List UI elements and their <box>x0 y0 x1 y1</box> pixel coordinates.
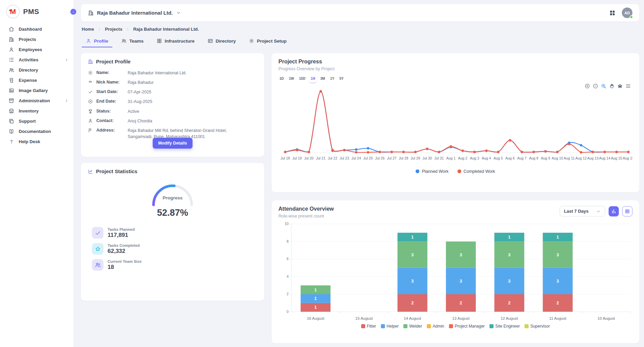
legend-item-project-manager[interactable]: Project Manager <box>449 324 485 329</box>
grid4o-icon <box>157 38 162 44</box>
attendance-overview-card: Attendance Overview Role-wise present co… <box>272 200 639 343</box>
legend-item-completed-work[interactable]: Completed Work <box>457 169 495 174</box>
bar-value-label: 3 <box>557 279 559 284</box>
zoom-in-icon[interactable] <box>584 83 590 89</box>
legend-label: Admin <box>433 324 444 329</box>
attendance-range-select[interactable]: Last 7 Days <box>560 206 605 216</box>
sidebar-item-activities[interactable]: Activities <box>0 55 74 65</box>
range-3m[interactable]: 3M <box>319 76 326 81</box>
sidebar-collapse-button[interactable] <box>70 8 77 15</box>
bar-value-label: 2 <box>411 301 414 305</box>
modify-details-button[interactable]: Modify Details <box>153 138 193 149</box>
home-icon[interactable] <box>617 83 623 89</box>
data-point <box>390 151 393 153</box>
range-1y[interactable]: 1Y <box>329 76 335 81</box>
range-1m[interactable]: 1M <box>309 76 316 81</box>
bar-value-label: 1 <box>411 235 414 240</box>
list-icon <box>9 57 14 63</box>
legend-item-supervisor[interactable]: Supervisor <box>525 324 550 329</box>
legend-label: Site Engineer <box>495 324 520 329</box>
pan-icon[interactable] <box>609 83 615 89</box>
x-axis-label: Jul 19 <box>292 156 302 160</box>
tab-teams[interactable]: Teams <box>117 36 148 47</box>
data-point <box>509 139 511 141</box>
tab-directory[interactable]: Directory <box>204 36 240 47</box>
selection-zoom-icon[interactable] <box>601 83 607 89</box>
range-1d[interactable]: 1D <box>278 76 285 81</box>
tab-infrastructure[interactable]: Infrastructure <box>152 36 199 47</box>
sidebar-item-projects[interactable]: Projects <box>0 34 74 44</box>
legend-item-fitter[interactable]: Fitter <box>361 324 376 329</box>
sidebar-item-image-gallary[interactable]: Image Gallary <box>0 85 74 95</box>
profile-field-label: Nick Name: <box>96 79 124 85</box>
breadcrumb-item[interactable]: Projects <box>105 27 122 32</box>
bar-value-label: 2 <box>557 301 559 305</box>
breadcrumb-item: Raja Bahadur International Ltd. <box>133 27 199 32</box>
data-point <box>485 150 487 152</box>
legend-item-helper[interactable]: Helper <box>381 324 399 329</box>
profile-field-row: Start Date:07-Apr-2025 <box>88 89 257 95</box>
data-point <box>414 151 417 153</box>
legend-item-site-engineer[interactable]: Site Engineer <box>489 324 520 329</box>
data-point <box>296 149 298 151</box>
range-5y[interactable]: 5Y <box>338 76 344 81</box>
x-axis-label: 10 August <box>597 316 615 320</box>
x-axis-label: Jul 29 <box>410 156 420 160</box>
profile-fields: Name:Raja Bahadur International Ltd.Nick… <box>88 70 257 140</box>
x-axis-label: 16 August <box>307 316 325 320</box>
sidebar-item-inventory[interactable]: Inventory <box>0 106 74 116</box>
data-point <box>320 90 322 92</box>
data-point <box>544 150 547 152</box>
sidebar-item-expense[interactable]: Expense <box>0 75 74 85</box>
bar-value-label: 3 <box>557 253 559 257</box>
sidebar-item-employees[interactable]: Employees <box>0 44 74 55</box>
legend-label: Planned Work <box>422 169 448 174</box>
menu-icon[interactable] <box>625 83 631 89</box>
breadcrumb-item[interactable]: Home <box>82 27 94 32</box>
profile-field-label: Name: <box>96 70 124 75</box>
bar-view-toggle[interactable] <box>609 206 619 216</box>
content-grid: Project Profile Name:Raja Bahadur Intern… <box>81 53 639 347</box>
data-point <box>450 145 452 148</box>
stat-value: 117,891 <box>108 232 135 239</box>
avatar-initials: AD <box>625 11 630 15</box>
legend-swatch <box>489 324 494 328</box>
zoom-out-icon[interactable] <box>593 83 598 89</box>
sidebar-item-help-desk[interactable]: Help Desk <box>0 136 74 147</box>
sidebar-item-documentation[interactable]: Documentation <box>0 126 74 136</box>
sidebar-item-support[interactable]: Support <box>0 116 74 126</box>
sidebar-item-directory[interactable]: Directory <box>0 65 74 75</box>
sidebar-item-label: Help Desk <box>19 139 69 144</box>
x-axis-label: 12 August <box>501 316 518 320</box>
legend-item-welder[interactable]: Welder <box>403 324 422 329</box>
bar-value-label: 3 <box>411 253 414 257</box>
chevron-right-icon <box>97 27 101 31</box>
building-icon <box>9 36 14 42</box>
sidebar-item-dashboard[interactable]: Dashboard <box>0 24 74 34</box>
range-15d[interactable]: 15D <box>298 76 306 81</box>
legend-label: Welder <box>409 324 422 329</box>
chevron-right-icon <box>64 99 69 103</box>
apps-grid-icon[interactable] <box>609 10 616 16</box>
data-point <box>402 151 405 153</box>
table-view-toggle[interactable] <box>622 206 632 216</box>
data-point <box>568 143 570 145</box>
legend-label: Completed Work <box>464 169 495 174</box>
tab-profile[interactable]: Profile <box>82 36 112 47</box>
bar-value-label: 3 <box>508 279 511 284</box>
tab-project-setup[interactable]: Project Setup <box>245 36 291 47</box>
data-point <box>355 151 357 153</box>
chevron-down-icon <box>176 10 181 15</box>
company-selector[interactable]: Raja Bahadur International Ltd. <box>88 10 181 16</box>
stat-label: Tasks Planned <box>108 227 135 231</box>
legend-item-admin[interactable]: Admin <box>427 324 444 329</box>
bar-value-label: 1 <box>315 305 317 310</box>
range-1w[interactable]: 1W <box>288 76 295 81</box>
avatar[interactable]: AD <box>622 7 632 18</box>
sidebar-nav: DashboardProjectsEmployeesActivitiesDire… <box>0 24 74 147</box>
sidebar-item-administration[interactable]: Administration <box>0 95 74 106</box>
app-logo[interactable]: M PMS <box>0 0 74 24</box>
x-axis-label: 14 August <box>404 316 421 320</box>
legend-item-planned-work[interactable]: Planned Work <box>416 169 448 174</box>
y-axis-label: 8 <box>287 240 289 243</box>
